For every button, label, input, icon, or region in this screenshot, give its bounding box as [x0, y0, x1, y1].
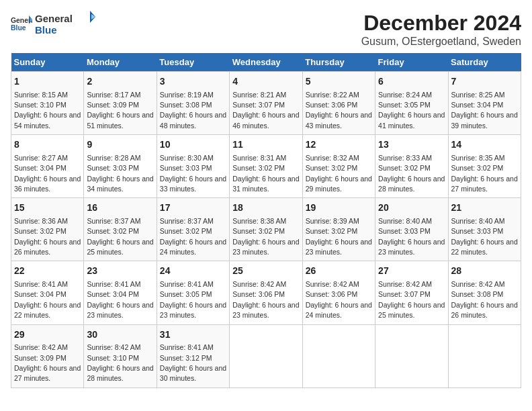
- daylight: Daylight: 6 hours and 23 minutes.: [378, 238, 445, 256]
- day-cell: 10 Sunrise: 8:30 AM Sunset: 3:03 PM Dayl…: [157, 135, 229, 198]
- day-number: 23: [87, 265, 153, 278]
- daylight: Daylight: 6 hours and 39 minutes.: [451, 111, 518, 129]
- day-number: 26: [306, 265, 372, 278]
- sunrise: Sunrise: 8:17 AM: [87, 91, 140, 99]
- day-cell: 14 Sunrise: 8:35 AM Sunset: 3:02 PM Dayl…: [448, 135, 521, 198]
- daylight: Daylight: 6 hours and 33 minutes.: [160, 175, 226, 193]
- sunrise: Sunrise: 8:21 AM: [232, 91, 286, 99]
- logo-svg: General Blue: [35, 11, 95, 36]
- day-cell: 21 Sunrise: 8:40 AM Sunset: 3:03 PM Dayl…: [448, 198, 521, 261]
- daylight: Daylight: 6 hours and 25 minutes.: [378, 301, 445, 319]
- day-cell: 20 Sunrise: 8:40 AM Sunset: 3:03 PM Dayl…: [375, 198, 448, 261]
- day-number: 21: [451, 201, 518, 215]
- day-cell: [375, 324, 448, 387]
- header-cell-monday: Monday: [84, 53, 157, 72]
- daylight: Daylight: 6 hours and 27 minutes.: [14, 364, 81, 382]
- sunrise: Sunrise: 8:39 AM: [306, 217, 359, 225]
- sunrise: Sunrise: 8:30 AM: [160, 154, 214, 162]
- day-cell: 26 Sunrise: 8:42 AM Sunset: 3:06 PM Dayl…: [302, 261, 375, 324]
- day-cell: 12 Sunrise: 8:32 AM Sunset: 3:02 PM Dayl…: [302, 135, 375, 198]
- day-cell: 15 Sunrise: 8:36 AM Sunset: 3:02 PM Dayl…: [11, 198, 84, 261]
- sunrise: Sunrise: 8:24 AM: [378, 91, 432, 99]
- day-number: 31: [160, 328, 226, 342]
- day-number: 14: [451, 138, 518, 152]
- day-cell: [448, 324, 521, 387]
- sunset: Sunset: 3:09 PM: [14, 354, 66, 362]
- page-container: General Blue General Blue December 2024 …: [11, 11, 521, 388]
- day-cell: 22 Sunrise: 8:41 AM Sunset: 3:04 PM Dayl…: [11, 261, 84, 324]
- sunrise: Sunrise: 8:40 AM: [451, 217, 505, 225]
- day-cell: 4 Sunrise: 8:21 AM Sunset: 3:07 PM Dayli…: [230, 72, 302, 135]
- day-cell: 19 Sunrise: 8:39 AM Sunset: 3:02 PM Dayl…: [302, 198, 375, 261]
- day-number: 3: [160, 75, 226, 89]
- sunset: Sunset: 3:09 PM: [87, 101, 139, 109]
- day-number: 16: [87, 201, 153, 215]
- day-number: 6: [378, 75, 445, 89]
- day-number: 11: [232, 138, 299, 152]
- svg-text:Blue: Blue: [11, 24, 26, 32]
- sunrise: Sunrise: 8:42 AM: [232, 280, 286, 288]
- header: General Blue General Blue December 2024 …: [11, 11, 521, 48]
- day-cell: 7 Sunrise: 8:25 AM Sunset: 3:04 PM Dayli…: [448, 72, 521, 135]
- header-cell-friday: Friday: [375, 53, 448, 72]
- sunrise: Sunrise: 8:40 AM: [378, 217, 432, 225]
- sunrise: Sunrise: 8:41 AM: [87, 280, 140, 288]
- sunrise: Sunrise: 8:42 AM: [378, 280, 432, 288]
- calendar-header-row: SundayMondayTuesdayWednesdayThursdayFrid…: [11, 53, 521, 72]
- daylight: Daylight: 6 hours and 51 minutes.: [87, 111, 153, 129]
- daylight: Daylight: 6 hours and 28 minutes.: [87, 364, 153, 382]
- daylight: Daylight: 6 hours and 30 minutes.: [160, 364, 226, 382]
- header-cell-tuesday: Tuesday: [157, 53, 229, 72]
- day-number: 12: [306, 138, 372, 152]
- day-number: 29: [14, 328, 81, 342]
- sunrise: Sunrise: 8:28 AM: [87, 154, 140, 162]
- sunrise: Sunrise: 8:33 AM: [378, 154, 432, 162]
- day-cell: 25 Sunrise: 8:42 AM Sunset: 3:06 PM Dayl…: [230, 261, 302, 324]
- sunrise: Sunrise: 8:36 AM: [14, 217, 68, 225]
- sunset: Sunset: 3:08 PM: [160, 101, 212, 109]
- day-number: 8: [14, 138, 81, 152]
- daylight: Daylight: 6 hours and 23 minutes.: [306, 238, 372, 256]
- day-number: 18: [232, 201, 299, 215]
- sunset: Sunset: 3:03 PM: [378, 227, 431, 235]
- header-cell-saturday: Saturday: [448, 53, 521, 72]
- sunset: Sunset: 3:03 PM: [160, 164, 212, 172]
- daylight: Daylight: 6 hours and 41 minutes.: [378, 111, 445, 129]
- daylight: Daylight: 6 hours and 23 minutes.: [232, 301, 299, 319]
- sunrise: Sunrise: 8:31 AM: [232, 154, 286, 162]
- daylight: Daylight: 6 hours and 29 minutes.: [306, 175, 372, 193]
- day-cell: 11 Sunrise: 8:31 AM Sunset: 3:02 PM Dayl…: [230, 135, 302, 198]
- sunrise: Sunrise: 8:41 AM: [14, 280, 68, 288]
- daylight: Daylight: 6 hours and 25 minutes.: [87, 238, 153, 256]
- daylight: Daylight: 6 hours and 24 minutes.: [160, 238, 226, 256]
- sunset: Sunset: 3:02 PM: [378, 164, 431, 172]
- day-cell: [230, 324, 302, 387]
- day-number: 27: [378, 265, 445, 278]
- day-cell: 8 Sunrise: 8:27 AM Sunset: 3:04 PM Dayli…: [11, 135, 84, 198]
- day-number: 28: [451, 265, 518, 278]
- sunset: Sunset: 3:12 PM: [160, 354, 212, 362]
- day-number: 4: [232, 75, 299, 89]
- daylight: Daylight: 6 hours and 23 minutes.: [87, 301, 153, 319]
- daylight: Daylight: 6 hours and 54 minutes.: [14, 111, 81, 129]
- title-area: December 2024 Gusum, OEstergoetland, Swe…: [361, 11, 521, 48]
- day-cell: 24 Sunrise: 8:41 AM Sunset: 3:05 PM Dayl…: [157, 261, 229, 324]
- day-number: 24: [160, 265, 226, 278]
- day-number: 1: [14, 75, 81, 89]
- day-number: 15: [14, 201, 81, 215]
- logo-icon: General Blue: [11, 14, 32, 33]
- day-cell: 13 Sunrise: 8:33 AM Sunset: 3:02 PM Dayl…: [375, 135, 448, 198]
- sunset: Sunset: 3:10 PM: [14, 101, 66, 109]
- day-cell: 9 Sunrise: 8:28 AM Sunset: 3:03 PM Dayli…: [84, 135, 157, 198]
- sunrise: Sunrise: 8:27 AM: [14, 154, 68, 162]
- sunset: Sunset: 3:04 PM: [451, 101, 504, 109]
- daylight: Daylight: 6 hours and 22 minutes.: [451, 238, 518, 256]
- day-cell: 31 Sunrise: 8:41 AM Sunset: 3:12 PM Dayl…: [157, 324, 229, 387]
- logo: General Blue General Blue: [11, 11, 95, 36]
- daylight: Daylight: 6 hours and 27 minutes.: [451, 175, 518, 193]
- sunrise: Sunrise: 8:38 AM: [232, 217, 286, 225]
- daylight: Daylight: 6 hours and 36 minutes.: [14, 175, 81, 193]
- sunrise: Sunrise: 8:42 AM: [451, 280, 505, 288]
- week-row-3: 15 Sunrise: 8:36 AM Sunset: 3:02 PM Dayl…: [11, 198, 521, 261]
- svg-text:General: General: [35, 13, 73, 24]
